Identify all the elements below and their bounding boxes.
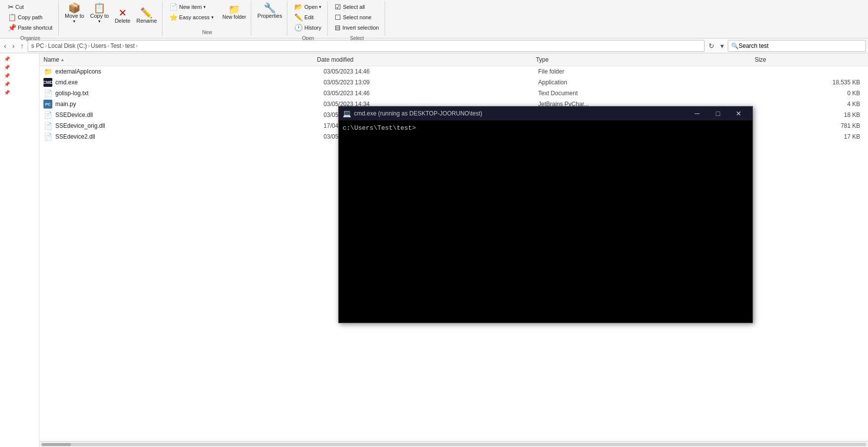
delete-button[interactable]: ✕ Delete bbox=[113, 7, 132, 25]
file-date: 03/05/2023 13:09 bbox=[323, 79, 538, 86]
properties-button[interactable]: 🔧 Properties bbox=[255, 2, 284, 32]
move-icon: 📦 bbox=[68, 3, 80, 13]
select-none-icon: ☐ bbox=[335, 13, 341, 21]
file-name: SSEDevice.dll bbox=[55, 112, 323, 118]
file-name: main.py bbox=[55, 101, 323, 108]
dll-icon: 📄 bbox=[43, 111, 52, 119]
scrollbar-track[interactable] bbox=[41, 443, 866, 446]
edit-icon: ✏️ bbox=[294, 13, 303, 21]
search-input[interactable] bbox=[739, 42, 863, 49]
copy-path-icon: 📋 bbox=[8, 13, 16, 21]
file-size: 4 KB bbox=[753, 101, 864, 108]
file-row[interactable]: CMD cmd.exe 03/05/2023 13:09 Application… bbox=[39, 77, 868, 88]
nav-pin-4[interactable]: 📌 bbox=[0, 80, 39, 88]
delete-icon: ✕ bbox=[118, 8, 127, 18]
file-name: cmd.exe bbox=[55, 79, 323, 86]
ribbon-group-open: 📂 Open ▾ ✏️ Edit 🕐 History Open bbox=[288, 1, 328, 36]
file-size: 17 KB bbox=[753, 133, 864, 140]
file-size: 18 KB bbox=[753, 112, 864, 118]
back-button[interactable]: ‹ bbox=[2, 41, 8, 51]
properties-icon: 🔧 bbox=[264, 3, 276, 13]
address-dropdown-button[interactable]: ▾ bbox=[718, 41, 726, 51]
ribbon-group-organize: ✂ Cut 📋 Copy path 📌 Paste shortcut Organ… bbox=[2, 1, 59, 36]
rename-icon: ✏️ bbox=[140, 8, 153, 18]
new-item-button[interactable]: 📄 New item ▾ bbox=[166, 2, 217, 12]
file-size: 18,535 KB bbox=[753, 79, 864, 86]
ribbon-group-new: 📄 New item ▾ ⭐ Easy access ▾ 📁 New folde… bbox=[163, 1, 252, 36]
search-box[interactable]: 🔍 bbox=[728, 40, 866, 52]
nav-pin-5[interactable]: 📌 bbox=[0, 89, 39, 96]
sort-arrow: ▲ bbox=[60, 57, 65, 62]
select-all-button[interactable]: ☑ Select all bbox=[332, 2, 382, 12]
folder-icon: 📁 bbox=[43, 67, 52, 76]
file-name: externalAppIcons bbox=[55, 68, 323, 75]
file-row[interactable]: 📄 golisp-log.txt 03/05/2023 14:46 Text D… bbox=[39, 88, 868, 99]
cmd-window[interactable]: 💻 cmd.exe (running as DESKTOP-JOORUNO\te… bbox=[338, 106, 753, 323]
ribbon: ✂ Cut 📋 Copy path 📌 Paste shortcut Organ… bbox=[0, 0, 868, 38]
rename-button[interactable]: ✏️ Rename bbox=[134, 7, 159, 25]
file-name: SSEdevice_orig.dll bbox=[55, 122, 323, 129]
cmd-controls: ─ □ ✕ bbox=[687, 108, 749, 119]
cmd-maximize-button[interactable]: □ bbox=[708, 108, 728, 119]
new-item-icon: 📄 bbox=[169, 3, 178, 11]
col-header-name[interactable]: Name ▲ bbox=[43, 56, 317, 63]
invert-selection-button[interactable]: ⊟ Invert selection bbox=[332, 23, 382, 33]
cmd-body[interactable]: c:\Users\Test\test> bbox=[339, 120, 752, 323]
nav-pin-1[interactable]: 📌 bbox=[0, 55, 39, 63]
copy-to-button[interactable]: 📋 Copy to ▾ bbox=[88, 2, 111, 25]
file-size: 781 KB bbox=[753, 122, 864, 129]
nav-pane: 📌 📌 📌 📌 📌 bbox=[0, 53, 39, 447]
cmd-titlebar: 💻 cmd.exe (running as DESKTOP-JOORUNO\te… bbox=[339, 107, 752, 120]
cmd-title-text: cmd.exe (running as DESKTOP-JOORUNO\test… bbox=[354, 110, 684, 117]
refresh-button[interactable]: ↻ bbox=[707, 41, 716, 51]
edit-button[interactable]: ✏️ Edit bbox=[291, 12, 324, 22]
scrollbar-thumb[interactable] bbox=[41, 443, 71, 446]
file-date: 03/05/2023 14:46 bbox=[323, 90, 538, 97]
file-name: golisp-log.txt bbox=[55, 90, 323, 97]
nav-pin-3[interactable]: 📌 bbox=[0, 72, 39, 79]
column-headers[interactable]: Name ▲ Date modified Type Size bbox=[39, 53, 868, 66]
open-button[interactable]: 📂 Open ▾ bbox=[291, 2, 324, 12]
cmd-minimize-button[interactable]: ─ bbox=[687, 108, 707, 119]
col-header-size[interactable]: Size bbox=[754, 56, 864, 63]
copy-icon: 📋 bbox=[93, 3, 106, 13]
forward-button[interactable]: › bbox=[10, 41, 17, 51]
address-path[interactable]: s PC › Local Disk (C:) › Users › Test › … bbox=[28, 40, 705, 52]
new-folder-button[interactable]: 📁 New folder bbox=[221, 3, 248, 21]
ribbon-group-file-ops: 📦 Move to ▾ 📋 Copy to ▾ ✕ Delete ✏️ Rena… bbox=[60, 1, 162, 36]
file-type: File folder bbox=[538, 68, 753, 75]
paste-shortcut-button[interactable]: 📌 Paste shortcut bbox=[5, 23, 55, 33]
cut-button[interactable]: ✂ Cut bbox=[5, 2, 55, 12]
history-icon: 🕐 bbox=[294, 24, 303, 32]
cut-icon: ✂ bbox=[8, 3, 14, 11]
txt-icon: 📄 bbox=[43, 89, 52, 98]
easy-access-icon: ⭐ bbox=[169, 13, 178, 21]
search-icon: 🔍 bbox=[731, 42, 739, 49]
file-type: Text Document bbox=[538, 90, 753, 97]
dll-icon: 📄 bbox=[43, 132, 52, 141]
paste-shortcut-icon: 📌 bbox=[8, 24, 16, 32]
move-to-button[interactable]: 📦 Move to ▾ bbox=[63, 2, 86, 25]
col-header-date[interactable]: Date modified bbox=[317, 56, 536, 63]
horizontal-scrollbar[interactable] bbox=[39, 441, 868, 447]
invert-selection-icon: ⊟ bbox=[335, 24, 341, 32]
cmd-close-button[interactable]: ✕ bbox=[729, 108, 749, 119]
file-name: SSEdevice2.dll bbox=[55, 133, 323, 140]
ribbon-group-properties: 🔧 Properties bbox=[252, 1, 287, 36]
select-all-icon: ☑ bbox=[335, 3, 341, 11]
select-none-button[interactable]: ☐ Select none bbox=[332, 12, 382, 22]
col-header-type[interactable]: Type bbox=[536, 56, 754, 63]
history-button[interactable]: 🕐 History bbox=[291, 23, 324, 33]
file-type: Application bbox=[538, 79, 753, 86]
copy-path-button[interactable]: 📋 Copy path bbox=[5, 12, 55, 22]
new-folder-icon: 📁 bbox=[228, 4, 240, 14]
dll-icon: 📄 bbox=[43, 121, 52, 130]
up-button[interactable]: ↑ bbox=[18, 41, 26, 51]
open-icon: 📂 bbox=[294, 3, 303, 11]
file-date: 03/05/2023 14:46 bbox=[323, 68, 538, 75]
exe-icon: CMD bbox=[43, 78, 52, 87]
nav-pin-2[interactable]: 📌 bbox=[0, 64, 39, 71]
file-row[interactable]: 📁 externalAppIcons 03/05/2023 14:46 File… bbox=[39, 66, 868, 77]
easy-access-button[interactable]: ⭐ Easy access ▾ bbox=[166, 12, 217, 22]
cmd-title-icon: 💻 bbox=[343, 110, 351, 117]
